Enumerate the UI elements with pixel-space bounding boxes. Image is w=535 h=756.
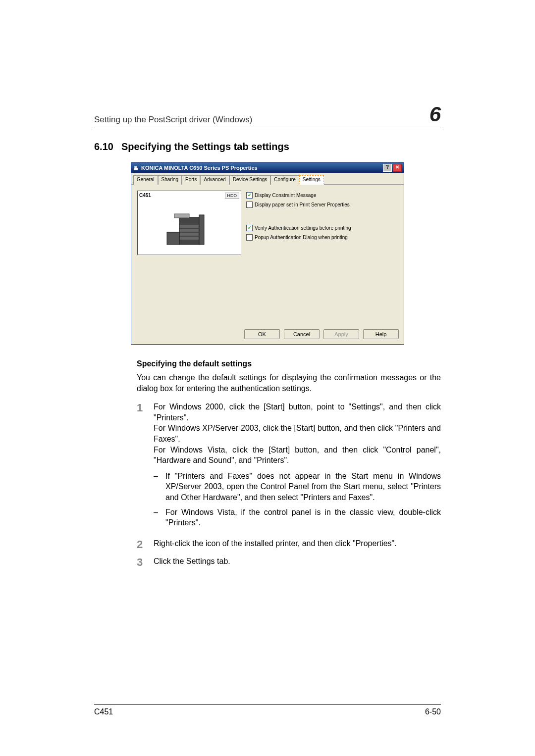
section-number: 6.10 xyxy=(94,141,113,152)
sub-item: – For Windows Vista, if the control pane… xyxy=(154,507,441,528)
step-sublist: – If "Printers and Faxes" does not appea… xyxy=(154,471,441,528)
step-2: 2 Right-click the icon of the installed … xyxy=(137,538,441,550)
dialog-tab-body: C451 HDD xyxy=(131,184,404,325)
checkbox-row-popup-auth: Popup Authentication Dialog when printin… xyxy=(246,234,398,241)
running-header: Setting up the PostScript driver (Window… xyxy=(94,104,441,127)
tab-settings[interactable]: Settings xyxy=(299,175,324,185)
checkbox-verify-auth[interactable] xyxy=(246,225,253,231)
running-title: Setting up the PostScript driver (Window… xyxy=(94,115,252,125)
svg-rect-3 xyxy=(180,233,199,236)
tab-sharing[interactable]: Sharing xyxy=(158,175,182,185)
checkbox-row-display-constraint: Display Constraint Message xyxy=(246,192,398,199)
subheading: Specifying the default settings xyxy=(137,359,441,368)
sub-item-text: If "Printers and Faxes" does not appear … xyxy=(165,471,441,503)
properties-dialog: KONICA MINOLTA C650 Series PS Properties… xyxy=(131,162,404,345)
checkbox-row-display-paper: Display paper set in Print Server Proper… xyxy=(246,202,398,208)
footer-left: C451 xyxy=(94,707,113,716)
checkbox-popup-auth[interactable] xyxy=(246,234,253,241)
sub-item-text: For Windows Vista, if the control panel … xyxy=(165,507,441,528)
hdd-badge: HDD xyxy=(225,193,240,199)
step-1: 1 For Windows 2000, click the [Start] bu… xyxy=(137,402,441,532)
dialog-title: KONICA MINOLTA C650 Series PS Properties xyxy=(141,165,258,171)
checkbox-label: Display paper set in Print Server Proper… xyxy=(255,202,350,207)
tab-advanced[interactable]: Advanced xyxy=(200,175,229,185)
dialog-button-row: OK Cancel Apply Help xyxy=(131,325,404,344)
page-footer: C451 6-50 xyxy=(94,704,441,716)
step-line: For Windows Vista, click the [Start] but… xyxy=(154,445,441,466)
step-line: Click the Settings tab. xyxy=(154,556,441,567)
dash-bullet: – xyxy=(154,471,165,503)
dialog-titlebar: KONICA MINOLTA C650 Series PS Properties… xyxy=(131,163,404,173)
chapter-number: 6 xyxy=(429,104,441,125)
dash-bullet: – xyxy=(154,507,165,528)
help-button[interactable]: Help xyxy=(363,329,399,339)
cancel-button[interactable]: Cancel xyxy=(284,329,320,339)
step-line: For Windows XP/Server 2003, click the [S… xyxy=(154,423,441,444)
settings-options: Display Constraint Message Display paper… xyxy=(246,191,398,319)
checkbox-label: Verify Authentication settings before pr… xyxy=(255,225,351,231)
step-3: 3 Click the Settings tab. xyxy=(137,556,441,568)
footer-right: 6-50 xyxy=(425,707,441,716)
apply-button[interactable]: Apply xyxy=(323,329,359,339)
step-number: 2 xyxy=(137,538,154,550)
svg-rect-7 xyxy=(174,214,189,218)
svg-rect-6 xyxy=(199,215,204,245)
ok-button[interactable]: OK xyxy=(244,329,280,339)
svg-rect-1 xyxy=(180,225,199,228)
tab-ports[interactable]: Ports xyxy=(182,175,200,185)
checkbox-display-constraint[interactable] xyxy=(246,192,253,199)
dialog-tabstrip: General Sharing Ports Advanced Device Se… xyxy=(131,173,404,184)
tab-general[interactable]: General xyxy=(133,175,158,185)
step-number: 1 xyxy=(137,402,154,532)
checkbox-label: Popup Authentication Dialog when printin… xyxy=(255,235,348,240)
intro-paragraph: You can change the default settings for … xyxy=(137,372,441,394)
help-button[interactable]: ? xyxy=(383,164,392,172)
checkbox-label: Display Constraint Message xyxy=(255,193,317,198)
svg-rect-4 xyxy=(180,237,199,240)
device-illustration xyxy=(162,210,216,253)
checkbox-row-verify-auth: Verify Authentication settings before pr… xyxy=(246,225,398,231)
close-button[interactable]: ✕ xyxy=(393,164,402,172)
tab-configure[interactable]: Configure xyxy=(270,175,299,185)
device-name: C451 xyxy=(139,193,151,198)
section-title: Specifying the Settings tab settings xyxy=(121,141,289,152)
svg-rect-2 xyxy=(180,229,199,232)
step-number: 3 xyxy=(137,556,154,568)
section-heading: 6.10Specifying the Settings tab settings xyxy=(94,141,441,152)
step-line: Right-click the icon of the installed pr… xyxy=(154,538,441,549)
svg-rect-5 xyxy=(167,232,179,245)
tab-device-settings[interactable]: Device Settings xyxy=(229,175,270,185)
printer-icon xyxy=(133,165,139,171)
device-preview: C451 HDD xyxy=(137,191,241,255)
step-line: For Windows 2000, click the [Start] butt… xyxy=(154,402,441,423)
sub-item: – If "Printers and Faxes" does not appea… xyxy=(154,471,441,503)
checkbox-display-paper[interactable] xyxy=(246,202,253,208)
